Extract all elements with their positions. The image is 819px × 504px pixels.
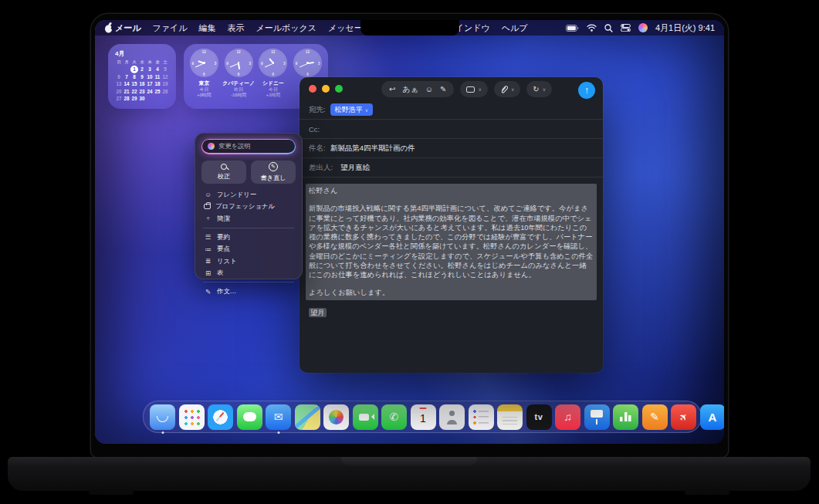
calendar-day: 9 xyxy=(138,73,146,81)
menu-item[interactable]: 表示 xyxy=(228,22,245,34)
menu-item[interactable]: メール xyxy=(115,22,141,34)
calendar-day: 14 xyxy=(123,80,130,88)
transform-options: ☰ 要約 ≔ 要点 ≣ リスト ⊞ 表 xyxy=(201,232,296,279)
tone-option[interactable]: ☺ フレンドリー xyxy=(201,189,296,201)
calendar-day: 3 xyxy=(146,66,154,73)
laptop-thumb-scoop xyxy=(341,457,477,465)
app-menu-list: メールファイル編集表示メールボックスメッセージフォーマットウインドウヘルプ xyxy=(115,22,528,34)
dock-icon-app-store[interactable]: A xyxy=(700,404,725,430)
to-field-row[interactable]: 宛先: 松野浩平 ∨ xyxy=(300,100,603,120)
describe-change-input[interactable] xyxy=(218,143,289,150)
compose-option[interactable]: ✎ 作文… xyxy=(201,286,296,297)
dock-icon-reminders[interactable] xyxy=(469,404,494,430)
compose-options-button[interactable]: ↻ ∨ xyxy=(526,81,552,97)
writing-tools-icon[interactable]: ✎ xyxy=(440,85,446,93)
world-clock: 12 3 6 9 シドニー 今日 +1時間 xyxy=(256,49,291,104)
menu-item[interactable]: ヘルプ xyxy=(502,22,528,34)
undo-icon[interactable]: ↩ xyxy=(389,85,395,93)
dock-icon-notes[interactable] xyxy=(497,404,523,430)
dock-icon-messages[interactable] xyxy=(237,404,262,430)
dock-icon-facetime[interactable] xyxy=(353,404,378,430)
photo-browser-icon xyxy=(466,86,475,93)
calendar-day: 30 xyxy=(138,95,146,103)
clock-city-label: シドニー xyxy=(262,79,284,87)
menu-item[interactable]: メールボックス xyxy=(256,22,317,34)
dock-apps: ✉ ✆ 1 xyxy=(150,404,724,430)
cc-field-row[interactable]: Cc: xyxy=(300,120,603,139)
weekday-label: 金 xyxy=(154,59,161,66)
recipient-name: 松野浩平 xyxy=(335,105,363,115)
calendar-grid: 1234567891011121314151617181920212223242… xyxy=(115,66,169,103)
attach-file-button[interactable]: ∨ xyxy=(494,81,520,97)
chevron-down-icon: ∨ xyxy=(511,86,514,92)
photo-browser-button[interactable]: ∨ xyxy=(460,81,487,97)
mail-compose-window: ↩ あぁ ☺ ✎ ∨ ∨ xyxy=(300,77,603,373)
menu-item[interactable]: 編集 xyxy=(199,22,216,34)
calendar-day: 11 xyxy=(154,73,161,81)
dock-icon-safari[interactable] xyxy=(208,404,233,430)
spotlight-search-icon[interactable] xyxy=(604,24,613,32)
tone-option[interactable]: プロフェッショナル xyxy=(201,201,296,212)
writing-tool-button[interactable]: 校正 xyxy=(201,161,246,184)
send-button[interactable]: ↑ xyxy=(578,82,595,99)
dock-icon-photos[interactable] xyxy=(323,404,349,430)
dock-icon-mail[interactable]: ✉ xyxy=(266,404,291,430)
close-window-button[interactable] xyxy=(309,85,316,93)
transform-option-label: リスト xyxy=(217,257,237,266)
control-center-icon[interactable] xyxy=(621,24,631,32)
menu-bar-clock[interactable]: 4月1日(火) 9:41 xyxy=(655,22,715,34)
subject-field-row[interactable]: 件名: 新製品第4四半期計画の件 xyxy=(300,139,603,158)
wifi-icon[interactable] xyxy=(587,24,597,32)
writing-tool-button-label: 校正 xyxy=(218,172,230,181)
calendar-day xyxy=(123,66,130,73)
battery-icon[interactable] xyxy=(566,25,579,32)
emoji-icon[interactable]: ☺ xyxy=(425,85,433,93)
calendar-day: 27 xyxy=(115,95,123,103)
tone-option[interactable]: ÷ 簡潔 xyxy=(201,212,296,224)
chevron-down-icon: ∨ xyxy=(478,86,481,92)
text-format-button[interactable]: あぁ xyxy=(402,84,418,95)
zoom-window-button[interactable] xyxy=(335,85,343,93)
calendar-day: 21 xyxy=(123,88,130,96)
writing-tools-primary-buttons: 校正 ✎ 書き直し xyxy=(201,161,296,184)
dock-icon-maps[interactable] xyxy=(295,404,320,430)
message-body[interactable]: 松野さん 新製品の市場投入戦略に関する第4四半期計画について、改めてご連絡です。… xyxy=(300,178,603,373)
from-value: 望月嘉絵 xyxy=(340,163,370,173)
calendar-day: 16 xyxy=(138,80,146,88)
dock-icon-phone[interactable]: ✆ xyxy=(381,404,407,430)
transform-option-label: 表 xyxy=(217,269,223,277)
writing-tool-button[interactable]: ✎ 書き直し xyxy=(251,161,296,184)
calendar-day: 10 xyxy=(146,73,154,81)
transform-option[interactable]: ≣ リスト xyxy=(201,255,296,266)
chevron-down-icon: ∨ xyxy=(543,86,546,92)
calendar-widget[interactable]: 4月 日月火水木金土 12345678910111213141516171819… xyxy=(108,44,176,109)
apple-logo-icon[interactable] xyxy=(104,22,113,33)
describe-change-field[interactable] xyxy=(202,140,294,153)
recipient-chip[interactable]: 松野浩平 ∨ xyxy=(330,103,373,116)
calendar-day: 25 xyxy=(154,88,161,96)
compose-toolbar: ↩ あぁ ☺ ✎ ∨ ∨ xyxy=(381,81,552,97)
describe-change-field-glow xyxy=(201,139,296,154)
siri-icon[interactable] xyxy=(638,23,648,32)
transform-option[interactable]: ≔ 要点 xyxy=(201,243,296,255)
writing-tool-button-label: 書き直し xyxy=(261,174,286,182)
minimize-window-button[interactable] xyxy=(322,85,330,93)
menu-item[interactable]: ファイル xyxy=(153,22,188,34)
dock-icon-launchpad[interactable] xyxy=(179,404,205,430)
dock-icon-pages[interactable]: ✎ xyxy=(642,404,668,430)
window-titlebar[interactable]: ↩ あぁ ☺ ✎ ∨ ∨ xyxy=(300,77,603,100)
dock-icon-rocket[interactable]: ✈ xyxy=(671,404,696,430)
clock-city-label: クパティーノ xyxy=(222,79,255,87)
from-field-row[interactable]: 差出人: 望月嘉絵 xyxy=(300,158,603,178)
dock-icon-tv[interactable]: tv xyxy=(526,404,552,430)
calendar-day: 29 xyxy=(130,95,138,103)
calendar-day: 18 xyxy=(154,80,161,88)
dock-icon-music[interactable]: ♫ xyxy=(555,404,580,430)
dock-icon-numbers[interactable] xyxy=(613,404,638,430)
dock-icon-finder[interactable] xyxy=(150,404,175,430)
dock-icon-contacts[interactable] xyxy=(439,404,465,430)
dock-icon-calendar[interactable]: 1 xyxy=(411,404,436,430)
dock-icon-keynote[interactable] xyxy=(584,404,610,430)
transform-option[interactable]: ☰ 要約 xyxy=(201,232,296,243)
transform-option[interactable]: ⊞ 表 xyxy=(201,267,296,279)
